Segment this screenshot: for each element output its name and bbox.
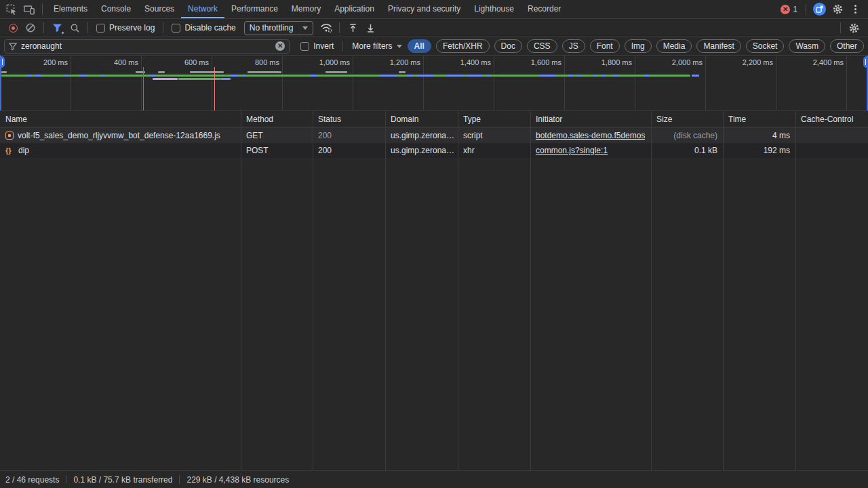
inspect-element-icon[interactable] [3,1,20,18]
network-conditions-button[interactable] [317,20,335,36]
column-header-initiator[interactable]: Initiator [530,115,651,124]
waterfall-bar [644,75,650,77]
panel-tab[interactable]: Privacy and security [381,0,467,18]
extension-icon [815,5,824,14]
request-type-chip[interactable]: Manifest [696,39,741,53]
request-type-chip[interactable]: Socket [746,39,785,53]
request-cache-control-cell[interactable] [795,128,868,143]
request-name-cell[interactable]: volt-f5_sales_demo_rljyvvmw_bot_defense-… [0,128,241,143]
overview-right-grip[interactable] [863,56,868,68]
overview-left-grip[interactable] [0,56,5,68]
request-initiator-cell[interactable]: common.js?single:1 [530,143,651,158]
request-status-cell[interactable]: 200 [313,128,385,143]
kebab-icon [854,5,856,14]
request-type-cell[interactable]: xhr [458,143,530,158]
device-toolbar-icon[interactable] [20,1,38,18]
network-settings-gear-icon[interactable] [845,20,863,36]
panel-tabs: Elements Console Sources Network Perform… [47,0,568,18]
column-header-method[interactable]: Method [241,115,313,124]
initiator-link[interactable]: botdemo.sales-demo.f5demos [536,131,645,140]
column-divider[interactable] [530,111,531,470]
record-network-log-button[interactable] [4,20,22,36]
chip-label: Font [597,41,613,51]
extension-icon[interactable] [813,3,826,16]
column-divider[interactable] [241,111,241,470]
request-status-cell[interactable]: 200 [313,143,385,158]
request-type-cell[interactable]: script [458,128,530,143]
column-divider[interactable] [795,111,796,470]
column-divider[interactable] [458,111,458,470]
waterfall-bar [568,75,573,77]
column-header-name[interactable]: Name [0,115,241,124]
request-method-cell[interactable]: POST [241,143,313,158]
panel-tab[interactable]: Elements [47,0,94,18]
column-divider[interactable] [723,111,724,470]
network-request-row[interactable]: volt-f5_sales_demo_rljyvvmw_bot_defense-… [0,128,868,143]
preserve-log-toggle[interactable]: Preserve log [96,23,155,33]
request-type-chip[interactable]: CSS [527,39,557,53]
panel-tab[interactable]: Recorder [521,0,568,18]
import-har-button[interactable] [344,20,361,36]
request-time-cell[interactable]: 4 ms [723,128,795,143]
column-divider[interactable] [651,111,652,470]
panel-tab[interactable]: Network [181,0,224,18]
network-request-row[interactable]: dip POST 200 us.gimp.zerona… xhr common.… [0,143,868,158]
request-time-cell[interactable]: 192 ms [723,143,795,158]
invert-toggle[interactable]: Invert [300,41,334,51]
request-initiator-cell[interactable]: botdemo.sales-demo.f5demos [530,128,651,143]
column-header-type[interactable]: Type [458,115,530,124]
column-header-size[interactable]: Size [651,115,723,124]
disable-cache-checkbox[interactable] [172,24,180,33]
request-domain-cell[interactable]: us.gimp.zerona… [385,128,458,143]
request-cache-control-cell[interactable] [795,143,868,158]
waterfall-bar [1,75,690,77]
request-type-chip[interactable]: Fetch/XHR [436,39,490,53]
clear-filter-icon[interactable]: ✕ [275,41,285,51]
request-type-chip[interactable]: Wasm [789,39,825,53]
panel-tab[interactable]: Memory [285,0,328,18]
request-type-chip[interactable]: Font [590,39,620,53]
export-har-button[interactable] [361,20,379,36]
throttling-select[interactable]: No throttling [244,21,314,35]
filter-input[interactable]: zeronaught ✕ [4,39,290,54]
request-name-cell[interactable]: dip [0,143,241,158]
request-method-cell[interactable]: GET [241,128,313,143]
request-type-chip[interactable]: Img [625,39,652,53]
panel-tab[interactable]: Application [328,0,381,18]
settings-gear-icon[interactable] [829,1,846,18]
request-type-chip[interactable]: Other [830,39,864,53]
request-type-chip[interactable]: Doc [494,39,522,53]
request-method: POST [246,146,269,155]
inspect-element-icon [5,3,18,16]
panel-tab[interactable]: Console [94,0,138,18]
column-header-status[interactable]: Status [313,115,385,124]
column-divider[interactable] [313,111,313,470]
panel-tab[interactable]: Lighthouse [467,0,521,18]
initiator-link[interactable]: common.js?single:1 [536,146,608,155]
column-header-cache-control[interactable]: Cache-Control [795,115,868,124]
disable-cache-toggle[interactable]: Disable cache [172,23,235,33]
column-divider[interactable] [385,111,386,470]
panel-tab[interactable]: Sources [138,0,181,18]
panel-tab[interactable]: Performance [224,0,285,18]
request-size-cell[interactable]: (disk cache) [651,128,723,143]
invert-checkbox[interactable] [300,42,309,51]
console-error-badge[interactable]: ✕ 1 [781,5,797,14]
preserve-log-checkbox[interactable] [96,24,105,33]
clear-network-log-button[interactable] [22,20,39,36]
more-filters-dropdown[interactable]: More filters [352,41,401,51]
panel-tab-label: Network [188,4,218,14]
filter-toggle-button[interactable] [48,20,66,36]
column-header-time[interactable]: Time [723,115,795,124]
overview-timeline[interactable]: 200 ms400 ms600 ms800 ms1,000 ms1,200 ms… [0,56,868,111]
request-domain-cell[interactable]: us.gimp.zerona… [385,143,458,158]
request-size-cell[interactable]: 0.1 kB [651,143,723,158]
column-header-domain[interactable]: Domain [385,115,458,124]
filter-input-value[interactable]: zeronaught [21,41,271,51]
request-type-chip[interactable]: Media [656,39,692,53]
upload-icon [348,23,358,33]
request-type-chip[interactable]: JS [562,39,585,53]
more-options-icon[interactable] [846,1,864,18]
search-button[interactable] [66,20,83,36]
request-type-chip[interactable]: All [408,39,431,53]
